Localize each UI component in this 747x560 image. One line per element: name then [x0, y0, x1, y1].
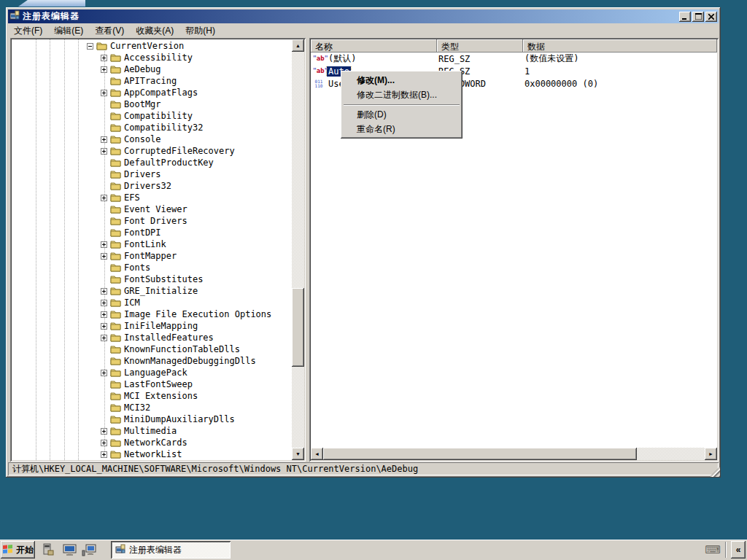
expand-plus-icon[interactable] — [101, 148, 107, 155]
tree-item-Drivers[interactable]: Drivers — [12, 168, 292, 180]
expand-plus-icon[interactable] — [101, 440, 107, 446]
tree-item-NetworkList[interactable]: NetworkList — [12, 448, 292, 460]
tree-item-InstalledFeatures[interactable]: InstalledFeatures — [12, 332, 292, 343]
scroll-down-icon[interactable]: ▼ — [292, 448, 304, 460]
tree-item-IniFileMapping[interactable]: IniFileMapping — [12, 320, 292, 332]
folder-icon — [110, 135, 121, 144]
menu-item-1[interactable]: 编辑(E) — [48, 23, 89, 39]
tree-connector — [101, 78, 107, 85]
show-desktop-icon[interactable] — [61, 542, 79, 558]
folder-icon — [110, 310, 121, 319]
menu-item-3[interactable]: 收藏夹(A) — [130, 23, 179, 39]
value-name[interactable]: (默认) — [327, 52, 357, 65]
tree-item-MCI32[interactable]: MCI32 — [12, 402, 292, 413]
expand-plus-icon[interactable] — [101, 241, 107, 248]
expand-plus-icon[interactable] — [101, 195, 107, 201]
context-menu-item-1[interactable]: 修改二进制数据(B)... — [342, 88, 461, 102]
tree-item-KnownManagedDebuggingDlls[interactable]: KnownManagedDebuggingDlls — [12, 355, 292, 367]
expand-plus-icon[interactable] — [101, 370, 107, 376]
registry-tree: CurrentVersionAccessibilityAeDebugAPITra… — [12, 39, 292, 460]
expand-plus-icon[interactable] — [101, 90, 107, 96]
minimize-button[interactable] — [679, 12, 691, 22]
tree-item-APITracing[interactable]: APITracing — [12, 75, 292, 87]
tree-item-GRE_Initialize[interactable]: GRE_Initialize — [12, 285, 292, 297]
tree-item-Font-Drivers[interactable]: Font Drivers — [12, 215, 292, 227]
context-menu-item-3[interactable]: 删除(D) — [342, 107, 461, 122]
tree-item-Drivers32[interactable]: Drivers32 — [12, 180, 292, 192]
tree-item-MiniDumpAuxiliaryDlls[interactable]: MiniDumpAuxiliaryDlls — [12, 413, 292, 425]
status-bar: 计算机\HKEY_LOCAL_MACHINE\SOFTWARE\Microsof… — [8, 462, 719, 475]
tree-item-LanguagePack[interactable]: LanguagePack — [12, 367, 292, 378]
menu-item-4[interactable]: 帮助(H) — [179, 23, 221, 39]
tree-item-DefaultProductKey[interactable]: DefaultProductKey — [12, 157, 292, 168]
tray-chevron-button[interactable]: « — [731, 541, 746, 559]
tree-item-CurrentVersion[interactable]: CurrentVersion — [12, 40, 292, 52]
expand-plus-icon[interactable] — [101, 323, 107, 330]
expand-plus-icon[interactable] — [101, 311, 107, 318]
collapse-minus-icon[interactable] — [87, 43, 93, 50]
list-scrollbar-thumb[interactable] — [323, 448, 637, 460]
tree-connector — [101, 171, 107, 178]
close-button[interactable] — [705, 12, 717, 22]
tree-item-AppCompatFlags[interactable]: AppCompatFlags — [12, 87, 292, 98]
taskbar-button-regedit[interactable]: 注册表编辑器 — [111, 541, 231, 559]
context-menu-item-4[interactable]: 重命名(R) — [342, 122, 461, 136]
tree-item-label: Multimedia — [124, 426, 177, 436]
maximize-button[interactable] — [692, 12, 704, 22]
tree-item-FontLink[interactable]: FontLink — [12, 238, 292, 250]
column-header-0[interactable]: 名称 — [311, 39, 437, 52]
tree-item-FontMapper[interactable]: FontMapper — [12, 250, 292, 262]
expand-plus-icon[interactable] — [101, 451, 107, 458]
expand-plus-icon[interactable] — [101, 253, 107, 260]
tree-item-Console[interactable]: Console — [12, 133, 292, 145]
tree-item-Event-Viewer[interactable]: Event Viewer — [12, 203, 292, 215]
background-window-edge — [18, 0, 85, 7]
menu-item-2[interactable]: 查看(V) — [89, 23, 130, 39]
server-manager-icon[interactable] — [39, 542, 57, 558]
tree-item-LastFontSweep[interactable]: LastFontSweep — [12, 378, 292, 390]
tree-connector — [101, 113, 107, 120]
column-header-2[interactable]: 数据 — [523, 39, 717, 52]
tree-item-Fonts[interactable]: Fonts — [12, 262, 292, 273]
expand-plus-icon[interactable] — [101, 66, 107, 73]
tree-vertical-scrollbar[interactable]: ▲ ▼ — [292, 39, 304, 460]
expand-plus-icon[interactable] — [101, 288, 107, 295]
tree-item-CorruptedFileRecovery[interactable]: CorruptedFileRecovery — [12, 145, 292, 157]
tree-item-BootMgr[interactable]: BootMgr — [12, 98, 292, 110]
tree-item-AeDebug[interactable]: AeDebug — [12, 63, 292, 75]
tree-connector — [101, 358, 107, 365]
expand-plus-icon[interactable] — [101, 55, 107, 61]
tree-scrollbar-thumb[interactable] — [292, 288, 304, 367]
tree-item-KnownFunctionTableDlls[interactable]: KnownFunctionTableDlls — [12, 343, 292, 355]
scroll-up-icon[interactable]: ▲ — [292, 39, 304, 52]
tree-item-NetworkCards[interactable]: NetworkCards — [12, 437, 292, 448]
expand-plus-icon[interactable] — [101, 136, 107, 143]
scroll-right-icon[interactable]: ► — [705, 448, 717, 460]
tree-item-Accessibility[interactable]: Accessibility — [12, 52, 292, 63]
tree-item-FontDPI[interactable]: FontDPI — [12, 227, 292, 238]
menu-item-0[interactable]: 文件(F) — [8, 23, 48, 39]
context-menu-item-0[interactable]: 修改(M)... — [342, 73, 461, 88]
input-method-keyboard-icon[interactable]: ⌨ — [705, 543, 721, 556]
tree-item-Image-File-Execution-Options[interactable]: Image File Execution Options — [12, 308, 292, 320]
tree-item-Multimedia[interactable]: Multimedia — [12, 425, 292, 437]
expand-plus-icon[interactable] — [101, 300, 107, 306]
tree-item-FontSubstitutes[interactable]: FontSubstitutes — [12, 273, 292, 285]
tree-item-MCI-Extensions[interactable]: MCI Extensions — [12, 390, 292, 402]
tree-item-Compatibility32[interactable]: Compatibility32 — [12, 122, 292, 133]
value-row[interactable]: ab(默认)REG_SZ(数值未设置) — [311, 52, 717, 65]
computer-icon[interactable] — [80, 542, 98, 558]
regedit-icon — [9, 10, 20, 23]
start-button[interactable]: 开始 — [1, 541, 35, 559]
list-horizontal-scrollbar[interactable]: ◄ ► — [311, 448, 717, 460]
expand-plus-icon[interactable] — [101, 428, 107, 435]
tree-item-label: FontSubstitutes — [124, 274, 203, 284]
title-bar[interactable]: 注册表编辑器 — [8, 9, 719, 23]
expand-plus-icon[interactable] — [101, 335, 107, 341]
tree-item-label: NetworkCards — [124, 438, 187, 448]
tree-item-ICM[interactable]: ICM — [12, 297, 292, 308]
column-header-1[interactable]: 类型 — [437, 39, 523, 52]
tree-item-Compatibility[interactable]: Compatibility — [12, 110, 292, 122]
scroll-left-icon[interactable]: ◄ — [311, 448, 323, 460]
tree-item-EFS[interactable]: EFS — [12, 192, 292, 203]
